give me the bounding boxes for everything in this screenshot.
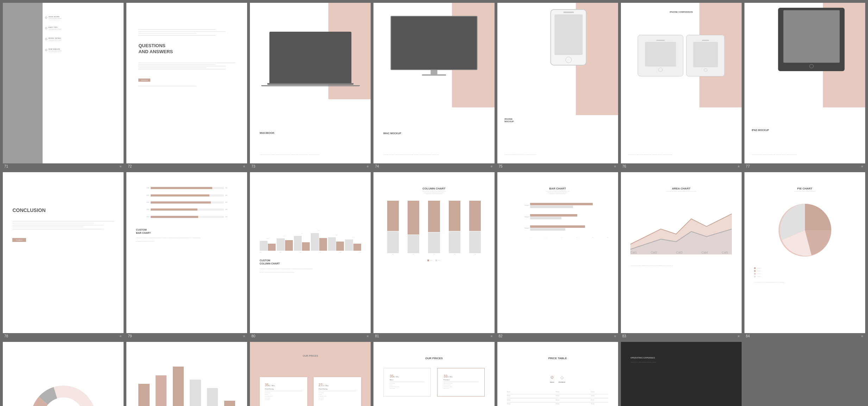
slide-number-77: 77 <box>746 164 750 168</box>
slide-76[interactable]: IPHONE COMPARISON Lorem ipsum dolor sit … <box>621 3 742 169</box>
slide-number-72: 72 <box>128 164 132 168</box>
star-icon-76: ★ <box>737 164 740 168</box>
slide-number-84: 84 <box>746 334 750 338</box>
slide-81[interactable]: COLUMN CHART Lorem ipsum dolor sit amet,… <box>373 172 494 339</box>
slide-74[interactable]: IMAC MOCKUP Lorem ipsum dolor sit amet, … <box>373 3 494 169</box>
slide-number-74: 74 <box>375 164 379 168</box>
slide-71[interactable]: HUGE AZURE Lorem ipsum dolor sit amet co… <box>3 3 124 169</box>
star-icon-82: ★ <box>614 334 617 338</box>
slide-grid: HUGE AZURE Lorem ipsum dolor sit amet co… <box>3 3 865 406</box>
svg-text:Cat5: Cat5 <box>722 251 728 254</box>
slide-75[interactable]: IPHONEMOCKUP Lorem ipsum dolor sit amet … <box>497 3 618 169</box>
slide-number-80: 80 <box>251 334 255 338</box>
svg-text:Cat4: Cat4 <box>702 251 708 254</box>
slide-73[interactable]: MACBOOK Lorem ipsum dolor sit amet, cons… <box>250 3 371 169</box>
slide-78[interactable]: CONCLUSION Contribute 78 ★ <box>3 172 124 339</box>
slide-90[interactable]: OPERATING EXPENSES Lorem ipsum dolor sit… <box>621 342 742 406</box>
slide-number-78: 78 <box>4 334 8 338</box>
slide-number-76: 76 <box>622 164 626 168</box>
star-icon-84: ★ <box>861 334 864 338</box>
star-icon-81: ★ <box>490 334 493 338</box>
slide-number-71: 71 <box>4 164 8 168</box>
star-icon-75: ★ <box>614 164 617 168</box>
slide-number-73: 73 <box>251 164 255 168</box>
slide-number-83: 83 <box>622 334 626 338</box>
slide-84[interactable]: PIE CHART Lorem ipsum dolor sit amet, co… <box>744 172 865 339</box>
slide-89[interactable]: PRICE TABLE ⚙ BASIC ◇ PREMIUM Service <box>497 342 618 406</box>
star-icon-80: ★ <box>366 334 369 338</box>
star-icon-78: ★ <box>119 334 122 338</box>
svg-text:Cat3: Cat3 <box>676 251 683 254</box>
svg-text:Cat1: Cat1 <box>630 251 637 254</box>
star-icon-72: ★ <box>243 164 246 168</box>
slide-85[interactable]: Title Title Title Pie 85 ★ <box>3 342 124 406</box>
slide-77[interactable]: IPAD MOCKUP Lorem ipsum dolor sit amet, … <box>744 3 865 169</box>
star-icon-73: ★ <box>366 164 369 168</box>
svg-text:Cat2: Cat2 <box>651 251 657 254</box>
star-icon-79: ★ <box>243 334 246 338</box>
slide-72[interactable]: QUESTIONSAND ANSWERS Questions 72 ★ <box>126 3 247 169</box>
slide-number-79: 79 <box>128 334 132 338</box>
slide-86[interactable]: 86 ★ <box>126 342 247 406</box>
slide-87[interactable]: OUR PRICES 35$ / Mo. Cloud Saving Cloud … <box>250 342 371 406</box>
slide-number-82: 82 <box>499 334 503 338</box>
slide-number-81: 81 <box>375 334 379 338</box>
slide-82[interactable]: BAR CHART Lorem ipsum dolor sit amet, co… <box>497 172 618 339</box>
slide-88[interactable]: OUR PRICES 35$ / Mo. Basic Cloud Saving … <box>373 342 494 406</box>
star-icon-83: ★ <box>737 334 740 338</box>
slide-79[interactable]: 2018 84% 2017 80% 2015 82% <box>126 172 247 339</box>
slide-83[interactable]: AREA CHART Lorem ipsum dolor sit amet, c… <box>621 172 742 339</box>
star-icon-71: ★ <box>119 164 122 168</box>
star-icon-77: ★ <box>861 164 864 168</box>
slide-number-75: 75 <box>499 164 503 168</box>
slide-80[interactable]: 6.1/06 3.5/8 4.4 <box>250 172 371 339</box>
star-icon-74: ★ <box>490 164 493 168</box>
